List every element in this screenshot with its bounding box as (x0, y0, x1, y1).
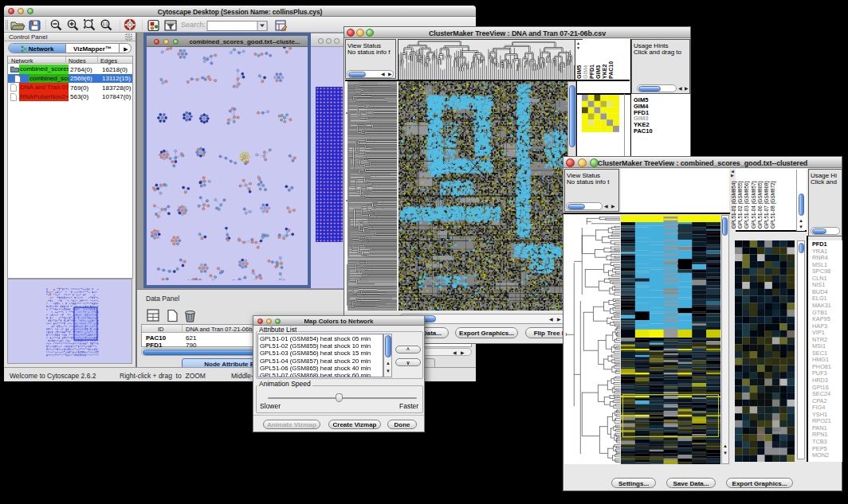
svg-text:1:1: 1:1 (103, 21, 108, 26)
svg-text:Search:: Search: (181, 21, 206, 29)
